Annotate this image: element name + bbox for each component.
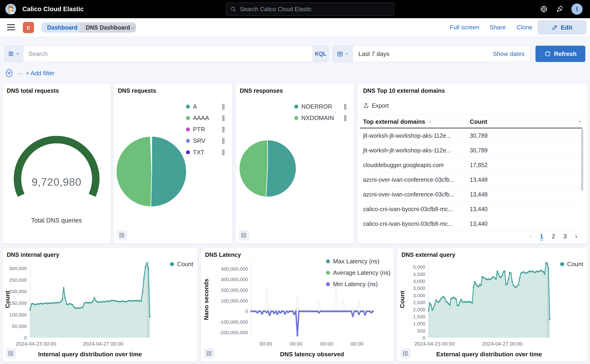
legend-item-max-latency-ns-[interactable]: Max Latency (ns) <box>326 256 390 267</box>
calico-cat-logo-icon[interactable] <box>5 4 16 15</box>
legend-item-min-latency-ns-[interactable]: Min Latency (ns) <box>326 279 390 290</box>
legend-item-txt[interactable]: TXT <box>186 147 225 158</box>
legend-action-icon[interactable] <box>222 104 225 110</box>
table-row[interactable]: calico-cni-ivan-byocni-03cfb8-mc...13,44… <box>363 216 582 231</box>
date-picker[interactable]: Last 7 days Show dates <box>333 46 531 62</box>
list-icon <box>8 350 14 356</box>
time-range-value[interactable]: Last 7 days <box>353 50 493 58</box>
pagination-page-2[interactable]: 2 <box>551 233 555 240</box>
svg-text:-200,000,000: -200,000,000 <box>219 330 248 335</box>
legend-label: A <box>193 103 197 110</box>
external-query-area-chart[interactable]: 05001,0001,5002,0002,5003,0003,5004,0004… <box>397 248 588 362</box>
legend-item-count[interactable]: Count <box>560 259 583 270</box>
share-button[interactable]: Share <box>490 24 506 31</box>
column-header-count[interactable]: Count <box>470 118 582 125</box>
chart-legend: Count <box>560 259 583 270</box>
legend-action-icon[interactable] <box>222 115 225 121</box>
column-header-domains[interactable]: Top external domains <box>363 118 470 125</box>
list-icon <box>241 232 247 238</box>
legend-label: NXDOMAIN <box>301 114 334 122</box>
table-row[interactable]: clouddebugger.googleapis.com17,852 <box>363 158 582 172</box>
legend-toggle-button[interactable] <box>117 230 127 240</box>
legend-item-a[interactable]: A <box>186 101 225 112</box>
menu-hamburger-icon[interactable] <box>7 24 15 30</box>
filter-row: — + Add filter <box>5 68 55 78</box>
svg-text:00:00: 00:00 <box>259 341 272 347</box>
legend-action-icon[interactable] <box>344 115 347 121</box>
table-row[interactable]: jlt-worksh-jlt-workshop-aks-112e...30,78… <box>363 128 582 143</box>
space-badge[interactable]: c <box>23 22 34 33</box>
table-row[interactable]: calico-cni-ivan-byocni-03cfb8-mc...13,44… <box>363 202 582 216</box>
count-cell: 30,789 <box>470 132 487 139</box>
panel-dns-external-query: DNS external query 05001,0001,5002,0002,… <box>397 247 588 362</box>
news-party-popper-icon[interactable] <box>556 5 564 13</box>
internal-query-area-chart[interactable]: 050,000100,000150,000200,000250,000300,0… <box>3 248 198 362</box>
count-cell: 13,448 <box>470 191 487 198</box>
table-row[interactable]: azcni-over-ivan-conference-03cfb...13,44… <box>363 172 582 187</box>
svg-text:00:00: 00:00 <box>290 341 303 347</box>
chevron-down-icon <box>578 119 582 124</box>
pagination-next[interactable]: › <box>575 233 577 240</box>
help-life-ring-icon[interactable] <box>540 5 548 13</box>
pagination-page-1[interactable]: 1 <box>540 233 543 240</box>
svg-text:0: 0 <box>24 335 27 340</box>
legend-toggle-button[interactable] <box>6 348 16 358</box>
svg-text:4,000: 4,000 <box>413 279 425 284</box>
domain-cell: jlt-worksh-jlt-workshop-aks-112e... <box>363 132 470 139</box>
kql-search-bar[interactable]: KQL <box>5 46 329 62</box>
user-avatar[interactable]: t <box>571 4 583 15</box>
legend-action-icon[interactable] <box>222 150 225 155</box>
filter-separator: — <box>17 70 22 77</box>
panel-title: DNS Top 10 external domains <box>363 87 445 94</box>
legend-item-noerror[interactable]: NOERROR <box>294 101 347 112</box>
legend-item-aaaa[interactable]: AAAA <box>186 112 225 124</box>
clone-button[interactable]: Clone <box>517 24 532 31</box>
refresh-button[interactable]: Refresh <box>535 46 585 62</box>
export-label: Export <box>372 102 389 109</box>
count-cell: 30,789 <box>470 147 487 154</box>
legend-item-ptr[interactable]: PTR <box>186 124 225 135</box>
svg-text:4,500: 4,500 <box>413 272 425 277</box>
show-dates-button[interactable]: Show dates <box>493 50 531 58</box>
table-row[interactable]: jlt-worksh-jlt-workshop-aks-112e...30,78… <box>363 143 582 158</box>
list-icon <box>206 350 212 356</box>
chevron-down-icon <box>16 52 20 56</box>
legend-action-icon[interactable] <box>344 104 347 110</box>
svg-text:400,000,000: 400,000,000 <box>221 266 248 272</box>
svg-text:2024-04-27 00:00: 2024-04-27 00:00 <box>83 341 123 347</box>
legend-dot <box>186 139 190 143</box>
edit-button[interactable]: Edit <box>538 20 586 35</box>
legend-toggle-button[interactable] <box>239 230 249 240</box>
saved-query-menu[interactable] <box>5 46 23 62</box>
pagination-prev[interactable]: ‹ <box>529 233 532 240</box>
legend-item-nxdomain[interactable]: NXDOMAIN <box>294 112 347 124</box>
pagination-page-3[interactable]: 3 <box>564 233 567 240</box>
panel-dns-top-10-external-domains: DNS Top 10 external domains Export Top e… <box>357 84 588 244</box>
add-filter-button[interactable]: + Add filter <box>26 70 55 77</box>
full-screen-button[interactable]: Full screen <box>450 24 479 31</box>
legend-dot <box>186 116 190 120</box>
filter-icon[interactable] <box>5 69 13 78</box>
global-search-input[interactable] <box>239 6 390 13</box>
global-search[interactable] <box>226 3 394 16</box>
legend-action-icon[interactable] <box>222 138 225 144</box>
legend-item-count[interactable]: Count <box>170 259 193 270</box>
legend-toggle-button[interactable] <box>204 348 214 358</box>
breadcrumb-dashboard[interactable]: Dashboard <box>41 22 84 33</box>
legend-item-average-latency-ns-[interactable]: Average Latency (ns) <box>326 267 390 279</box>
table-row[interactable]: azcni-over-ivan-conference-03cfb...13,44… <box>363 187 582 202</box>
export-button[interactable]: Export <box>363 101 389 110</box>
svg-text:2024-04-23 00:00: 2024-04-23 00:00 <box>414 341 455 347</box>
legend-item-srv[interactable]: SRV <box>186 135 225 147</box>
query-search-input[interactable] <box>23 50 313 58</box>
domain-cell: clouddebugger.googleapis.com <box>363 162 470 169</box>
count-cell: 13,440 <box>470 206 487 213</box>
legend-action-icon[interactable] <box>222 127 225 132</box>
list-icon <box>119 232 125 238</box>
calendar-icon <box>337 51 343 57</box>
kql-language-button[interactable]: KQL <box>313 46 328 62</box>
date-quick-menu[interactable] <box>333 46 353 62</box>
legend-toggle-button[interactable] <box>401 348 411 358</box>
table-scrollbar[interactable] <box>581 129 583 191</box>
legend-label: Max Latency (ns) <box>333 258 379 265</box>
